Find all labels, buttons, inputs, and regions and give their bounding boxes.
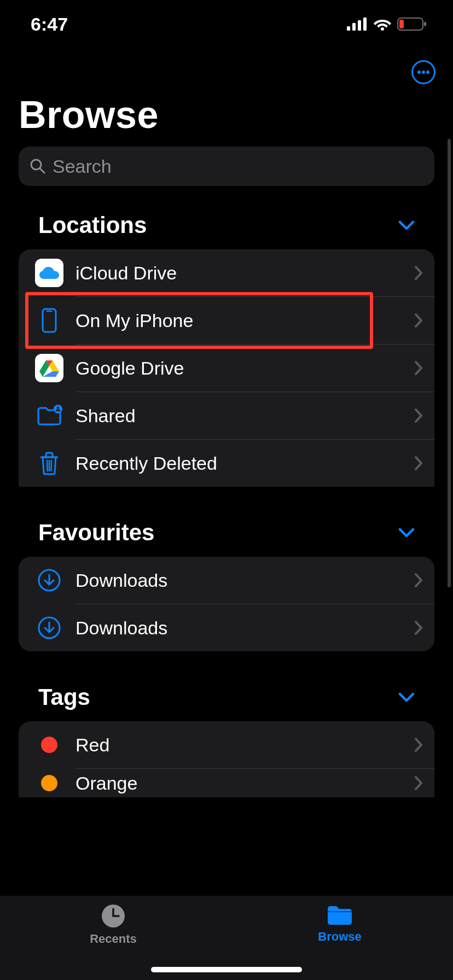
tags-header[interactable]: Tags bbox=[19, 684, 434, 710]
svg-rect-0 bbox=[347, 26, 350, 31]
tag-dot-icon bbox=[34, 730, 65, 760]
svg-point-9 bbox=[422, 71, 425, 74]
content-scroll[interactable]: Browse Search Locations iCloud Drive bbox=[0, 90, 453, 896]
favourite-label: Downloads bbox=[76, 617, 414, 639]
chevron-down-icon bbox=[398, 692, 415, 703]
svg-rect-7 bbox=[399, 20, 404, 28]
status-bar: 6:47 bbox=[0, 0, 453, 48]
location-item-shared[interactable]: Shared bbox=[19, 392, 434, 439]
nav-bar bbox=[411, 48, 435, 96]
chevron-right-icon bbox=[414, 572, 423, 588]
chevron-right-icon bbox=[414, 737, 423, 753]
svg-rect-1 bbox=[352, 23, 356, 31]
download-icon bbox=[34, 565, 65, 596]
chevron-right-icon bbox=[414, 455, 423, 471]
svg-rect-13 bbox=[43, 309, 56, 332]
location-label: iCloud Drive bbox=[76, 262, 414, 284]
location-item-google-drive[interactable]: Google Drive bbox=[19, 345, 434, 392]
tag-label: Red bbox=[76, 734, 414, 756]
favourite-item-downloads[interactable]: Downloads bbox=[19, 604, 434, 651]
clock-icon bbox=[101, 903, 126, 929]
trash-icon bbox=[34, 448, 65, 479]
scroll-indicator[interactable] bbox=[448, 139, 451, 587]
download-icon bbox=[34, 612, 65, 643]
clock-time: 6:47 bbox=[31, 14, 68, 35]
chevron-down-icon bbox=[398, 527, 415, 538]
favourite-item-downloads[interactable]: Downloads bbox=[19, 557, 434, 604]
location-label: On My iPhone bbox=[76, 310, 414, 331]
search-placeholder: Search bbox=[53, 156, 112, 177]
locations-header[interactable]: Locations bbox=[19, 212, 434, 238]
chevron-right-icon bbox=[414, 407, 423, 424]
iphone-icon bbox=[34, 305, 65, 336]
folder-icon bbox=[326, 903, 354, 926]
svg-line-12 bbox=[40, 168, 44, 173]
location-label: Recently Deleted bbox=[76, 453, 414, 474]
location-item-on-my-iphone[interactable]: On My iPhone bbox=[19, 297, 434, 344]
favourites-header[interactable]: Favourites bbox=[19, 520, 434, 546]
cellular-icon bbox=[347, 18, 368, 31]
chevron-right-icon bbox=[414, 265, 423, 281]
chevron-right-icon bbox=[414, 312, 423, 329]
tag-dot-icon bbox=[34, 769, 65, 797]
svg-rect-2 bbox=[358, 20, 361, 31]
tab-label: Browse bbox=[318, 930, 361, 944]
chevron-down-icon bbox=[398, 220, 415, 231]
favourites-list: Downloads Downloads bbox=[19, 557, 434, 651]
svg-rect-6 bbox=[424, 22, 426, 26]
chevron-right-icon bbox=[414, 775, 423, 791]
wifi-icon bbox=[373, 18, 392, 31]
search-icon bbox=[30, 158, 46, 174]
svg-point-4 bbox=[381, 27, 384, 31]
tag-item-red[interactable]: Red bbox=[19, 721, 434, 768]
svg-line-22 bbox=[47, 460, 48, 471]
page-title: Browse bbox=[19, 93, 434, 137]
svg-point-10 bbox=[426, 71, 429, 74]
svg-rect-3 bbox=[363, 18, 367, 31]
locations-title: Locations bbox=[38, 212, 147, 238]
tag-label: Orange bbox=[76, 773, 414, 794]
tab-bar: Recents Browse bbox=[0, 896, 453, 980]
more-button[interactable] bbox=[411, 60, 435, 84]
location-label: Google Drive bbox=[76, 358, 414, 379]
chevron-right-icon bbox=[414, 620, 423, 636]
status-indicators bbox=[347, 18, 427, 31]
location-item-icloud[interactable]: iCloud Drive bbox=[19, 249, 434, 296]
shared-folder-icon bbox=[34, 400, 65, 431]
ellipsis-icon bbox=[417, 70, 430, 74]
tag-item-orange[interactable]: Orange bbox=[19, 769, 434, 797]
svg-point-8 bbox=[417, 71, 421, 74]
location-item-recently-deleted[interactable]: Recently Deleted bbox=[19, 440, 434, 487]
tags-list: Red Orange bbox=[19, 721, 434, 797]
location-label: Shared bbox=[76, 405, 414, 427]
svg-line-24 bbox=[51, 460, 52, 471]
search-input[interactable]: Search bbox=[19, 147, 434, 186]
icloud-app-icon bbox=[34, 258, 65, 288]
home-indicator[interactable] bbox=[151, 967, 302, 972]
chevron-right-icon bbox=[414, 360, 423, 376]
battery-low-icon bbox=[397, 18, 427, 31]
google-drive-app-icon bbox=[34, 353, 65, 383]
tags-title: Tags bbox=[38, 684, 90, 710]
svg-point-20 bbox=[57, 407, 60, 410]
favourite-label: Downloads bbox=[76, 570, 414, 591]
tab-label: Recents bbox=[90, 932, 137, 946]
locations-list: iCloud Drive On My iPhone bbox=[19, 249, 434, 487]
favourites-title: Favourites bbox=[38, 520, 154, 546]
